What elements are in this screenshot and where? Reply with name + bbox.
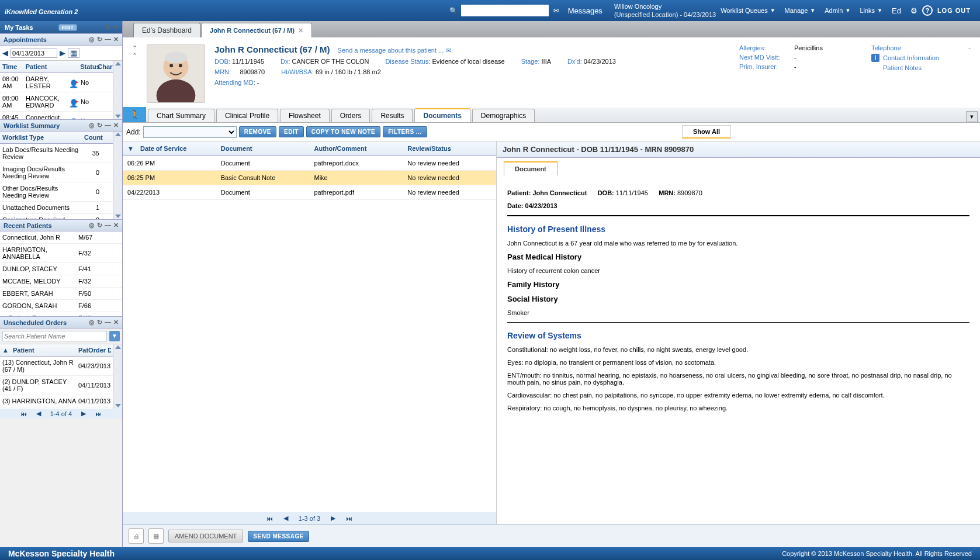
page-last[interactable]: ⏭ <box>346 515 352 522</box>
tab-dashboard[interactable]: Ed's Dashboard <box>133 23 200 37</box>
subtab-orders[interactable]: Orders <box>331 109 370 122</box>
subtab-chart-summary[interactable]: Chart Summary <box>148 109 214 122</box>
refresh-icon[interactable]: ↻ <box>97 122 102 129</box>
refresh-icon[interactable]: ↻ <box>97 222 102 229</box>
subtab-clinical-profile[interactable]: Clinical Profile <box>216 109 278 122</box>
unscheduled-header[interactable]: Unscheduled Orders ◎↻—✕ <box>0 316 122 329</box>
copy-to-new-note-button[interactable]: COPY TO NEW NOTE <box>306 126 380 137</box>
amend-document-button[interactable]: AMEND DOCUMENT <box>168 530 243 542</box>
unscheduled-row[interactable]: (3) HARRINGTON, ANNABELLA (32 / F)04/11/… <box>0 395 122 407</box>
page-first[interactable]: ⏮ <box>20 410 27 417</box>
appointment-row[interactable]: 08:45 AMConnecticut, JohnNo <box>0 112 122 119</box>
calendar-icon[interactable]: ▦ <box>148 528 164 544</box>
menu-user[interactable]: Ed <box>892 6 901 15</box>
messages-icon[interactable]: ✉ <box>553 7 559 15</box>
recent-row[interactable]: EBBERT, SARAHF/50 <box>0 288 122 300</box>
recent-row[interactable]: HARRINGTON, ANNABELLAF/32 <box>0 244 122 263</box>
calendar-icon[interactable]: ▦ <box>68 48 79 58</box>
page-prev[interactable]: ◀ <box>36 410 41 417</box>
global-search-input[interactable] <box>461 5 549 16</box>
contact-info-link[interactable]: iContact Information <box>871 54 971 62</box>
col-document[interactable]: Document <box>216 141 310 155</box>
print-icon[interactable]: 🖨 <box>129 528 144 544</box>
edit-button[interactable]: EDIT <box>279 126 304 137</box>
appointments-date-input[interactable] <box>11 49 57 58</box>
subtab-flowsheet[interactable]: Flowsheet <box>280 109 330 122</box>
help-icon[interactable]: ? <box>922 5 933 16</box>
subtab-results[interactable]: Results <box>372 109 413 122</box>
preview-body[interactable]: Patient: John Connecticut DOB: 11/11/194… <box>497 175 980 524</box>
col-time[interactable]: Time <box>0 61 23 72</box>
refresh-icon[interactable]: ↻ <box>105 23 110 31</box>
menu-admin[interactable]: Admin▼ <box>825 7 850 14</box>
col-status[interactable]: Status <box>78 61 95 72</box>
close-icon[interactable]: ✕ <box>113 319 119 326</box>
filter-icon[interactable]: ▼ <box>109 331 120 341</box>
col-review-status[interactable]: Review/Status <box>403 141 496 155</box>
walk-icon[interactable]: 🚶 <box>123 107 146 122</box>
add-document-select[interactable] <box>143 126 237 138</box>
org-context[interactable]: Willow Oncology (Unspecified Location) -… <box>614 2 716 19</box>
worklist-header[interactable]: Worklist Summary ◎↻—✕ <box>0 119 122 132</box>
logout-link[interactable]: LOG OUT <box>937 7 971 14</box>
my-tasks-edit-button[interactable]: EDIT <box>58 24 78 31</box>
minimize-icon[interactable]: — <box>105 319 111 326</box>
tab-patient[interactable]: John R Connecticut (67 / M)✕ <box>201 23 312 37</box>
worklist-row[interactable]: Cosignature Required0 <box>0 214 122 219</box>
subtab-overflow[interactable]: ▾ <box>966 111 978 122</box>
patient-notes-link[interactable]: Patient Notes <box>871 64 971 71</box>
col-order-date[interactable]: PatOrder Date <box>76 344 111 356</box>
minimize-icon[interactable]: — <box>105 222 111 229</box>
scrollbar[interactable] <box>113 61 122 119</box>
col-patient[interactable]: ▲ Patient <box>0 344 76 356</box>
col-date-of-service[interactable]: ▼ Date of Service <box>123 141 216 155</box>
send-message-link[interactable]: Send a message about this patient ...✉ <box>338 46 452 54</box>
page-next[interactable]: ▶ <box>81 410 86 417</box>
menu-links[interactable]: Links▼ <box>860 7 882 14</box>
unscheduled-row[interactable]: (2) DUNLOP, STACEY (41 / F)04/11/2013 <box>0 376 122 395</box>
refresh-icon[interactable]: ↻ <box>97 319 102 326</box>
recent-row[interactable]: Connecticut, John RM/67 <box>0 231 122 244</box>
target-icon[interactable]: ◎ <box>89 122 95 129</box>
worklist-row[interactable]: Imaging Docs/Results Needing Review0 <box>0 163 122 182</box>
close-icon[interactable]: ✕ <box>113 36 119 43</box>
preview-tab-document[interactable]: Document <box>504 161 557 175</box>
document-row[interactable]: 06:26 PMDocumentpathreport.docxNo review… <box>123 156 496 171</box>
recent-header[interactable]: Recent Patients ◎↻—✕ <box>0 219 122 231</box>
page-prev[interactable]: ◀ <box>283 514 288 522</box>
scrollbar[interactable] <box>113 132 122 219</box>
appointment-row[interactable]: 08:00 AMHANCOCK, EDWARDNo <box>0 92 122 112</box>
recent-row[interactable]: DUNLOP, STACEYF/41 <box>0 263 122 275</box>
page-first[interactable]: ⏮ <box>266 515 273 522</box>
document-row[interactable]: 04/22/2013Documentpathreport.pdfNo revie… <box>123 185 496 200</box>
worklist-row[interactable]: Other Docs/Results Needing Review0 <box>0 182 122 202</box>
minimize-icon[interactable]: — <box>105 122 111 129</box>
appointments-header[interactable]: Appointments ◎↻—✕ <box>0 33 122 46</box>
page-next[interactable]: ▶ <box>331 514 335 522</box>
menu-worklist-queues[interactable]: Worklist Queues▼ <box>721 7 775 14</box>
settings-icon[interactable]: ⚙ <box>910 6 917 15</box>
show-all-tab[interactable]: Show All <box>682 125 731 139</box>
col-author-comment[interactable]: Author/Comment <box>310 141 403 155</box>
unscheduled-search-input[interactable] <box>2 331 107 341</box>
col-worklist-type[interactable]: Worklist Type <box>0 132 82 143</box>
minimize-icon[interactable]: — <box>105 36 111 43</box>
forward-icon[interactable]: ↪ <box>112 23 117 31</box>
close-icon[interactable]: ✕ <box>113 222 119 229</box>
recent-row[interactable]: zzPatient, TestF/48 <box>0 312 122 316</box>
date-prev[interactable]: ◀ <box>2 49 8 57</box>
menu-manage[interactable]: Manage▼ <box>785 7 816 14</box>
subtab-demographics[interactable]: Demographics <box>472 109 535 122</box>
recent-row[interactable]: MCCABE, MELODYF/32 <box>0 275 122 288</box>
date-next[interactable]: ▶ <box>60 49 65 57</box>
close-icon[interactable]: ✕ <box>113 122 119 129</box>
worklist-row[interactable]: Unattached Documents1 <box>0 202 122 214</box>
worklist-row[interactable]: Lab Docs/Results Needing Review35 <box>0 144 122 163</box>
search-icon[interactable]: 🔍 <box>449 7 458 15</box>
appointment-row[interactable]: 08:00 AMDARBY, LESTERNo <box>0 73 122 92</box>
target-icon[interactable]: ◎ <box>89 222 95 229</box>
target-icon[interactable]: ◎ <box>89 319 95 326</box>
page-last[interactable]: ⏭ <box>95 410 102 417</box>
recent-row[interactable]: GORDON, SARAHF/66 <box>0 300 122 312</box>
messages-link[interactable]: Messages <box>568 6 602 15</box>
